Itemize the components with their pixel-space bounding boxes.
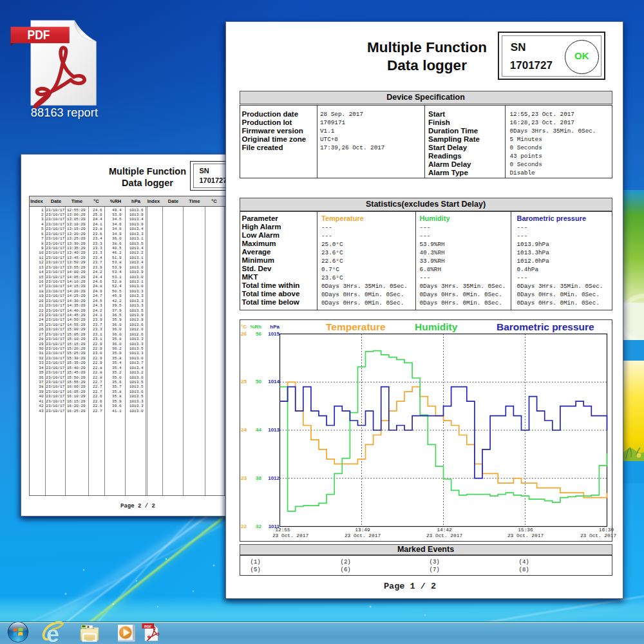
svg-text:PDF: PDF [144,625,151,629]
svg-text:PDF: PDF [28,27,50,42]
